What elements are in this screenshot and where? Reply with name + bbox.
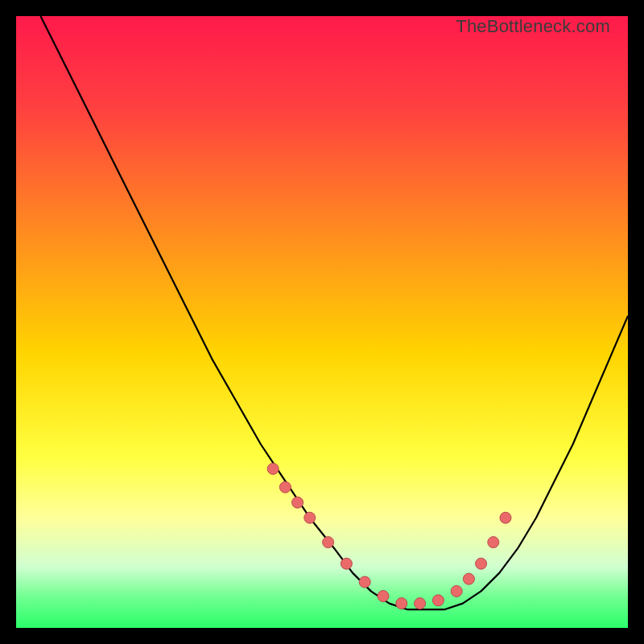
highlight-dot <box>279 481 291 493</box>
highlight-dot <box>432 595 444 606</box>
plot-area: TheBottleneck.com <box>16 16 628 628</box>
highlight-dot <box>359 576 370 588</box>
highlight-dot <box>292 497 303 508</box>
highlight-dot <box>304 512 316 523</box>
watermark-text: TheBottleneck.com <box>456 16 610 37</box>
highlight-dot <box>476 558 487 569</box>
highlight-dot <box>463 573 474 584</box>
highlight-dot <box>341 558 352 569</box>
highlight-dot <box>451 585 462 597</box>
highlight-dot <box>267 463 279 474</box>
chart-frame: TheBottleneck.com <box>0 0 644 644</box>
highlight-dot <box>378 591 389 602</box>
highlight-dot <box>323 537 334 548</box>
curve-layer <box>16 16 628 628</box>
highlight-dot <box>488 537 499 548</box>
bottleneck-curve <box>40 16 628 609</box>
highlight-dot <box>415 598 426 609</box>
highlight-dot <box>500 512 511 523</box>
highlight-dot <box>396 598 407 609</box>
